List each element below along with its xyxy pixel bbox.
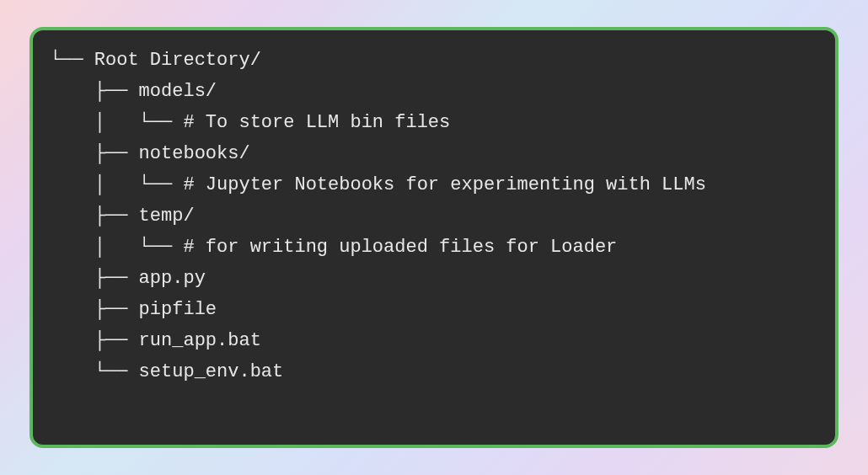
tree-line-run-app-bat: ├── run_app.bat <box>50 326 818 357</box>
tree-line-setup-env-bat: └── setup_env.bat <box>50 357 818 388</box>
tree-line-root: └── Root Directory/ <box>50 45 818 77</box>
tree-line-temp: ├── temp/ <box>50 201 818 232</box>
tree-line-models-desc: │ └── # To store LLM bin files <box>50 108 818 139</box>
tree-line-models: ├── models/ <box>50 77 818 108</box>
tree-line-app-py: ├── app.py <box>50 264 818 295</box>
terminal-container: └── Root Directory/ ├── models/ │ └── # … <box>29 27 839 448</box>
tree-line-notebooks-desc: │ └── # Jupyter Notebooks for experiment… <box>50 170 818 201</box>
tree-line-pipfile: ├── pipfile <box>50 295 818 326</box>
tree-line-temp-desc: │ └── # for writing uploaded files for L… <box>50 232 818 264</box>
tree-line-notebooks: ├── notebooks/ <box>50 139 818 170</box>
